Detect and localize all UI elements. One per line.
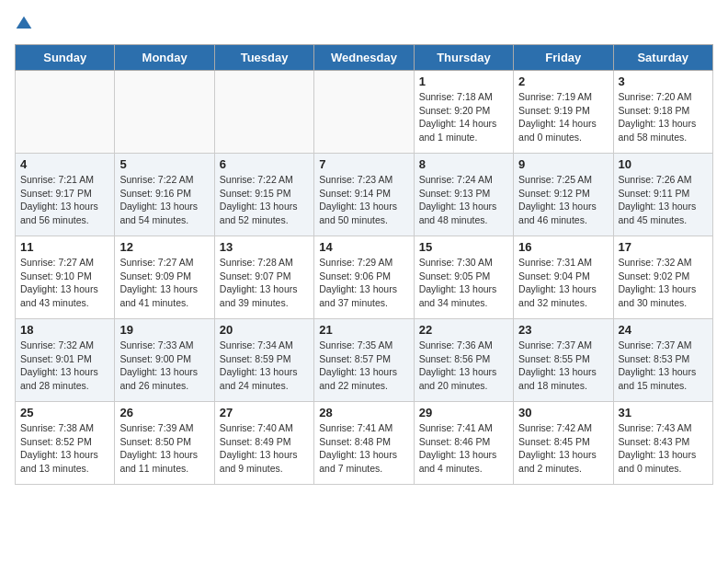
day-info: Sunrise: 7:32 AM Sunset: 9:01 PM Dayligh… [20, 339, 109, 393]
calendar-cell [16, 71, 115, 154]
calendar-cell: 27Sunrise: 7:40 AM Sunset: 8:49 PM Dayli… [214, 402, 313, 485]
day-info: Sunrise: 7:37 AM Sunset: 8:55 PM Dayligh… [518, 339, 608, 393]
day-number: 19 [119, 323, 209, 337]
calendar-cell: 28Sunrise: 7:41 AM Sunset: 8:48 PM Dayli… [314, 402, 414, 485]
day-info: Sunrise: 7:35 AM Sunset: 8:57 PM Dayligh… [319, 339, 408, 393]
day-number: 26 [119, 406, 209, 419]
calendar-cell [214, 71, 313, 154]
day-info: Sunrise: 7:22 AM Sunset: 9:16 PM Dayligh… [119, 173, 209, 227]
day-number: 18 [20, 323, 109, 337]
day-info: Sunrise: 7:29 AM Sunset: 9:06 PM Dayligh… [319, 256, 408, 310]
day-number: 4 [20, 157, 109, 171]
day-info: Sunrise: 7:26 AM Sunset: 9:11 PM Dayligh… [619, 173, 708, 227]
calendar-cell: 7Sunrise: 7:23 AM Sunset: 9:14 PM Daylig… [314, 154, 414, 236]
day-info: Sunrise: 7:38 AM Sunset: 8:52 PM Dayligh… [20, 421, 109, 476]
calendar-cell: 17Sunrise: 7:32 AM Sunset: 9:02 PM Dayli… [613, 236, 712, 319]
day-info: Sunrise: 7:27 AM Sunset: 9:10 PM Dayligh… [20, 256, 109, 310]
day-info: Sunrise: 7:31 AM Sunset: 9:04 PM Dayligh… [518, 256, 608, 310]
day-number: 9 [518, 157, 608, 171]
day-info: Sunrise: 7:30 AM Sunset: 9:05 PM Dayligh… [419, 256, 508, 310]
day-info: Sunrise: 7:18 AM Sunset: 9:20 PM Dayligh… [419, 90, 508, 144]
day-header-friday: Friday [514, 45, 613, 71]
day-number: 7 [319, 157, 408, 171]
calendar-cell: 5Sunrise: 7:22 AM Sunset: 9:16 PM Daylig… [115, 154, 214, 236]
logo-icon [15, 15, 33, 33]
day-number: 1 [419, 75, 508, 88]
calendar-week-row: 1Sunrise: 7:18 AM Sunset: 9:20 PM Daylig… [16, 71, 713, 154]
calendar-week-row: 11Sunrise: 7:27 AM Sunset: 9:10 PM Dayli… [16, 236, 713, 319]
calendar-table: SundayMondayTuesdayWednesdayThursdayFrid… [15, 44, 713, 485]
calendar-cell: 6Sunrise: 7:22 AM Sunset: 9:15 PM Daylig… [214, 154, 313, 236]
day-info: Sunrise: 7:33 AM Sunset: 9:00 PM Dayligh… [119, 339, 209, 393]
day-number: 20 [220, 323, 309, 337]
day-info: Sunrise: 7:22 AM Sunset: 9:15 PM Dayligh… [220, 173, 309, 227]
day-number: 17 [619, 240, 708, 254]
calendar-cell [115, 71, 214, 154]
day-info: Sunrise: 7:27 AM Sunset: 9:09 PM Dayligh… [119, 256, 209, 310]
calendar-week-row: 4Sunrise: 7:21 AM Sunset: 9:17 PM Daylig… [16, 154, 713, 236]
day-info: Sunrise: 7:34 AM Sunset: 8:59 PM Dayligh… [220, 339, 309, 393]
day-number: 30 [518, 406, 608, 419]
day-info: Sunrise: 7:41 AM Sunset: 8:46 PM Dayligh… [419, 421, 508, 476]
day-number: 11 [20, 240, 109, 254]
day-number: 31 [619, 406, 708, 419]
day-header-tuesday: Tuesday [214, 45, 313, 71]
day-info: Sunrise: 7:42 AM Sunset: 8:45 PM Dayligh… [518, 421, 608, 476]
day-number: 8 [419, 157, 508, 171]
day-number: 6 [220, 157, 309, 171]
day-number: 2 [518, 75, 608, 88]
day-number: 14 [319, 240, 408, 254]
calendar-cell: 8Sunrise: 7:24 AM Sunset: 9:13 PM Daylig… [414, 154, 513, 236]
day-info: Sunrise: 7:39 AM Sunset: 8:50 PM Dayligh… [119, 421, 209, 476]
day-number: 27 [220, 406, 309, 419]
calendar-cell: 20Sunrise: 7:34 AM Sunset: 8:59 PM Dayli… [214, 319, 313, 402]
day-header-thursday: Thursday [414, 45, 513, 71]
calendar-cell: 1Sunrise: 7:18 AM Sunset: 9:20 PM Daylig… [414, 71, 513, 154]
day-number: 13 [220, 240, 309, 254]
calendar-cell: 11Sunrise: 7:27 AM Sunset: 9:10 PM Dayli… [16, 236, 115, 319]
calendar-cell [314, 71, 414, 154]
calendar-cell: 24Sunrise: 7:37 AM Sunset: 8:53 PM Dayli… [613, 319, 712, 402]
day-info: Sunrise: 7:19 AM Sunset: 9:19 PM Dayligh… [518, 90, 608, 144]
calendar-header-row: SundayMondayTuesdayWednesdayThursdayFrid… [16, 45, 713, 71]
day-number: 16 [518, 240, 608, 254]
day-number: 22 [419, 323, 508, 337]
calendar-cell: 21Sunrise: 7:35 AM Sunset: 8:57 PM Dayli… [314, 319, 414, 402]
calendar-cell: 3Sunrise: 7:20 AM Sunset: 9:18 PM Daylig… [613, 71, 712, 154]
day-number: 5 [119, 157, 209, 171]
calendar-cell: 26Sunrise: 7:39 AM Sunset: 8:50 PM Dayli… [115, 402, 214, 485]
day-info: Sunrise: 7:43 AM Sunset: 8:43 PM Dayligh… [619, 421, 708, 476]
calendar-cell: 12Sunrise: 7:27 AM Sunset: 9:09 PM Dayli… [115, 236, 214, 319]
calendar-cell: 14Sunrise: 7:29 AM Sunset: 9:06 PM Dayli… [314, 236, 414, 319]
day-info: Sunrise: 7:36 AM Sunset: 8:56 PM Dayligh… [419, 339, 508, 393]
calendar-cell: 30Sunrise: 7:42 AM Sunset: 8:45 PM Dayli… [514, 402, 613, 485]
calendar-cell: 2Sunrise: 7:19 AM Sunset: 9:19 PM Daylig… [514, 71, 613, 154]
day-info: Sunrise: 7:37 AM Sunset: 8:53 PM Dayligh… [619, 339, 708, 393]
day-number: 12 [119, 240, 209, 254]
calendar-cell: 13Sunrise: 7:28 AM Sunset: 9:07 PM Dayli… [214, 236, 313, 319]
calendar-cell: 29Sunrise: 7:41 AM Sunset: 8:46 PM Dayli… [414, 402, 513, 485]
day-number: 23 [518, 323, 608, 337]
calendar-cell: 23Sunrise: 7:37 AM Sunset: 8:55 PM Dayli… [514, 319, 613, 402]
calendar-cell: 4Sunrise: 7:21 AM Sunset: 9:17 PM Daylig… [16, 154, 115, 236]
calendar-cell: 22Sunrise: 7:36 AM Sunset: 8:56 PM Dayli… [414, 319, 513, 402]
calendar-week-row: 18Sunrise: 7:32 AM Sunset: 9:01 PM Dayli… [16, 319, 713, 402]
calendar-cell: 10Sunrise: 7:26 AM Sunset: 9:11 PM Dayli… [613, 154, 712, 236]
day-number: 10 [619, 157, 708, 171]
day-number: 21 [319, 323, 408, 337]
calendar-cell: 18Sunrise: 7:32 AM Sunset: 9:01 PM Dayli… [16, 319, 115, 402]
day-number: 15 [419, 240, 508, 254]
day-number: 29 [419, 406, 508, 419]
day-number: 3 [619, 75, 708, 88]
calendar-cell: 15Sunrise: 7:30 AM Sunset: 9:05 PM Dayli… [414, 236, 513, 319]
calendar-week-row: 25Sunrise: 7:38 AM Sunset: 8:52 PM Dayli… [16, 402, 713, 485]
calendar-cell: 16Sunrise: 7:31 AM Sunset: 9:04 PM Dayli… [514, 236, 613, 319]
logo [15, 15, 37, 33]
day-info: Sunrise: 7:21 AM Sunset: 9:17 PM Dayligh… [20, 173, 109, 227]
day-info: Sunrise: 7:20 AM Sunset: 9:18 PM Dayligh… [619, 90, 708, 144]
day-info: Sunrise: 7:41 AM Sunset: 8:48 PM Dayligh… [319, 421, 408, 476]
calendar-cell: 25Sunrise: 7:38 AM Sunset: 8:52 PM Dayli… [16, 402, 115, 485]
day-info: Sunrise: 7:24 AM Sunset: 9:13 PM Dayligh… [419, 173, 508, 227]
day-info: Sunrise: 7:32 AM Sunset: 9:02 PM Dayligh… [619, 256, 708, 310]
day-number: 28 [319, 406, 408, 419]
